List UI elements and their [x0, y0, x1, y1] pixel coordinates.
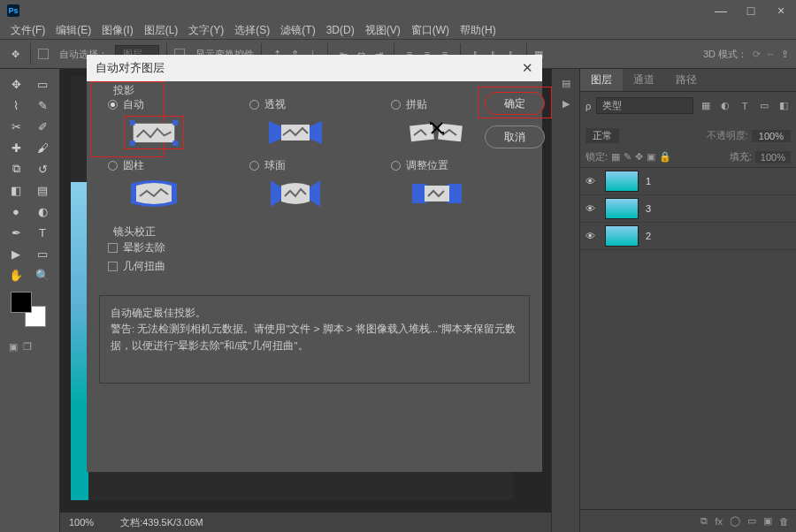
stamp-tool[interactable]: ⧉	[4, 159, 28, 179]
menu-image[interactable]: 图像(I)	[98, 23, 136, 38]
new-layer-icon[interactable]: ▣	[763, 515, 772, 527]
pen-tool[interactable]: ✒	[4, 223, 28, 242]
hand-tool[interactable]: ✋	[4, 265, 28, 285]
filter-type-icon[interactable]: T	[738, 99, 752, 113]
link-layers-icon[interactable]: ⧉	[700, 515, 708, 527]
geometric-checkbox[interactable]	[108, 262, 118, 271]
status-bar: 100% 文档:439.5K/3.06M	[60, 513, 551, 532]
radio-collage-label: 拼贴	[406, 97, 427, 112]
svg-rect-8	[409, 124, 434, 142]
layer-name[interactable]: 2	[646, 231, 651, 241]
gradient-tool[interactable]: ▤	[30, 180, 55, 200]
vignette-checkbox[interactable]	[108, 243, 118, 253]
eyedropper-tool[interactable]: ✐	[30, 117, 55, 136]
color-swatches[interactable]	[11, 292, 46, 327]
layer-thumbnail[interactable]	[605, 171, 639, 192]
radio-auto[interactable]	[108, 100, 118, 110]
document-size[interactable]: 文档:439.5K/3.06M	[120, 516, 203, 529]
quickmask-icon[interactable]: ▣	[9, 341, 18, 353]
delete-layer-icon[interactable]: 🗑	[779, 516, 789, 527]
menu-edit[interactable]: 编辑(E)	[52, 23, 95, 38]
dialog-titlebar[interactable]: 自动对齐图层 ✕	[87, 55, 542, 81]
move-tool[interactable]: ✥	[4, 74, 28, 94]
menu-type[interactable]: 文字(Y)	[185, 23, 227, 38]
cancel-button[interactable]: 取消	[485, 125, 545, 148]
layer-thumbnail[interactable]	[605, 225, 639, 247]
filter-shape-icon[interactable]: ▭	[757, 99, 771, 113]
zoom-tool[interactable]: 🔍	[30, 265, 55, 285]
history-panel-icon[interactable]: ▤	[562, 78, 570, 89]
menu-window[interactable]: 窗口(W)	[408, 23, 453, 38]
zoom-level[interactable]: 100%	[69, 517, 94, 528]
menu-3d[interactable]: 3D(D)	[323, 24, 358, 36]
lock-position-icon[interactable]: ✥	[635, 151, 643, 163]
orbit-3d-icon[interactable]: ⟳	[753, 49, 761, 60]
fill-value[interactable]: 100%	[755, 151, 791, 163]
layer-thumbnail[interactable]	[605, 198, 639, 219]
radio-spherical-label: 球面	[264, 158, 286, 173]
lock-pixels-icon[interactable]: ▦	[611, 151, 620, 163]
tab-layers[interactable]: 图层	[580, 69, 623, 91]
blur-tool[interactable]: ●	[4, 201, 28, 221]
blend-mode-dropdown[interactable]: 正常	[586, 128, 619, 143]
close-button[interactable]: ×	[771, 4, 791, 18]
layer-item[interactable]: 👁 2	[580, 223, 796, 250]
type-tool[interactable]: T	[30, 223, 55, 242]
play-icon[interactable]: ▶	[563, 98, 570, 110]
dialog-close-button[interactable]: ✕	[522, 60, 533, 76]
screenmode-icon[interactable]: ❐	[23, 341, 32, 353]
menu-layer[interactable]: 图层(L)	[141, 23, 182, 38]
lock-artboard-icon[interactable]: ▣	[647, 151, 655, 163]
menu-help[interactable]: 帮助(H)	[456, 23, 500, 38]
layer-item[interactable]: 👁 1	[580, 168, 796, 195]
history-brush-tool[interactable]: ↺	[30, 159, 55, 179]
filter-smart-icon[interactable]: ◧	[777, 99, 791, 113]
visibility-icon[interactable]: 👁	[586, 231, 598, 241]
svg-rect-2	[172, 120, 178, 125]
visibility-icon[interactable]: 👁	[586, 176, 598, 186]
lasso-tool[interactable]: ⌇	[4, 95, 28, 115]
layer-filter-kind[interactable]: 类型	[596, 97, 693, 114]
filter-image-icon[interactable]: ▦	[699, 99, 713, 113]
projection-reposition-icon	[407, 177, 467, 210]
path-select-tool[interactable]: ▶	[4, 244, 28, 263]
shape-tool[interactable]: ▭	[30, 244, 55, 263]
radio-spherical[interactable]	[249, 161, 259, 171]
menu-view[interactable]: 视图(V)	[362, 23, 404, 38]
maximize-button[interactable]: □	[741, 4, 761, 18]
crop-tool[interactable]: ✂	[4, 117, 28, 136]
auto-select-checkbox[interactable]	[38, 49, 49, 59]
opacity-value[interactable]: 100%	[752, 130, 791, 142]
lock-all-icon[interactable]: 🔒	[659, 151, 671, 163]
layer-item[interactable]: 👁 3	[580, 195, 796, 223]
share-icon[interactable]: ⇪	[781, 49, 789, 60]
layer-name[interactable]: 3	[646, 203, 651, 214]
quick-select-tool[interactable]: ✎	[30, 95, 55, 115]
tab-paths[interactable]: 路径	[665, 69, 708, 91]
radio-collage[interactable]	[391, 100, 401, 110]
minimize-button[interactable]: —	[711, 4, 731, 18]
mode-3d-label: 3D 模式：	[703, 48, 747, 61]
layer-mask-icon[interactable]: ◯	[730, 515, 740, 527]
radio-cylindrical[interactable]	[108, 161, 118, 171]
menu-select[interactable]: 选择(S)	[231, 23, 273, 38]
pan-3d-icon[interactable]: ↔	[766, 49, 776, 59]
brush-tool[interactable]: 🖌	[30, 138, 55, 157]
layer-fx-icon[interactable]: fx	[715, 516, 723, 527]
eraser-tool[interactable]: ◧	[4, 180, 28, 200]
titlebar: Ps	[0, 0, 796, 21]
layer-name[interactable]: 1	[646, 176, 651, 186]
tab-channels[interactable]: 通道	[623, 69, 665, 91]
visibility-icon[interactable]: 👁	[586, 203, 598, 214]
radio-reposition[interactable]	[391, 161, 401, 171]
menu-file[interactable]: 文件(F)	[7, 23, 49, 38]
marquee-tool[interactable]: ▭	[30, 74, 55, 94]
healing-tool[interactable]: ✚	[4, 138, 28, 157]
lock-paint-icon[interactable]: ✎	[624, 151, 631, 163]
foreground-color[interactable]	[11, 292, 32, 313]
new-group-icon[interactable]: ▭	[747, 515, 756, 527]
filter-adjust-icon[interactable]: ◐	[718, 99, 732, 113]
radio-perspective[interactable]	[249, 100, 259, 110]
dodge-tool[interactable]: ◐	[30, 201, 55, 221]
menu-filter[interactable]: 滤镜(T)	[277, 23, 318, 38]
